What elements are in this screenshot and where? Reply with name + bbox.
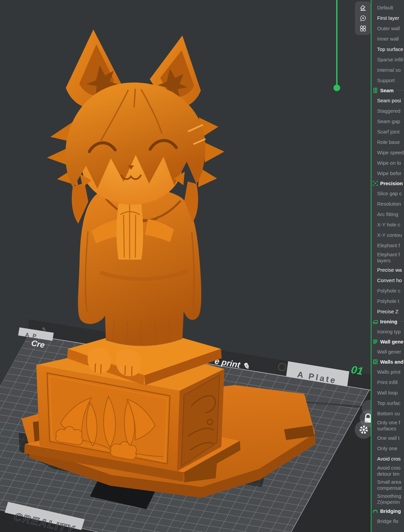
ironing-icon bbox=[372, 319, 378, 324]
setting-label: Sparse infill bbox=[377, 57, 403, 62]
setting-label-line2: surfaces bbox=[377, 426, 396, 432]
setting-label-line2: layers bbox=[377, 258, 391, 264]
viewport-3d[interactable]: A P ✎ Cre e print ✎ A Plate 01 CREALITY bbox=[0, 0, 371, 532]
setting-row[interactable]: Wall loop bbox=[371, 387, 404, 398]
setting-row[interactable]: Resolution bbox=[371, 199, 404, 209]
setting-row[interactable]: Inner wall bbox=[371, 34, 404, 44]
setting-label: Resolution bbox=[377, 201, 401, 207]
setting-label: Internal so bbox=[377, 67, 401, 73]
setting-row[interactable]: Only one bbox=[371, 443, 404, 454]
section-header-label: Bridging bbox=[380, 508, 401, 514]
setting-label: Avoid cros bbox=[377, 456, 401, 462]
setting-row[interactable]: Wall gener bbox=[371, 347, 404, 357]
setting-label: Smoothing bbox=[377, 493, 401, 499]
setting-row[interactable]: Wipe on lo bbox=[371, 158, 404, 168]
setting-row[interactable]: Role base bbox=[371, 137, 404, 147]
setting-row[interactable]: Bottom su bbox=[371, 408, 404, 419]
setting-row[interactable]: SmoothingZ(experim bbox=[371, 492, 404, 506]
settings-panel[interactable]: DefaultFirst layerOuter wallInner wallTo… bbox=[371, 0, 404, 532]
setting-label: Top surfac bbox=[377, 400, 400, 406]
setting-row[interactable]: Staggered bbox=[371, 106, 404, 116]
setting-row[interactable]: Ironing typ bbox=[371, 326, 404, 337]
seam-indicator-dot[interactable] bbox=[333, 85, 340, 91]
setting-label: Outer wall bbox=[377, 25, 400, 31]
setting-label-line2: Z(experim bbox=[377, 499, 400, 505]
section-header[interactable]: Bridging bbox=[371, 506, 404, 516]
setting-row[interactable]: Outer wall bbox=[371, 23, 404, 34]
setting-row[interactable]: Seam gap bbox=[371, 116, 404, 126]
setting-label: Inner wall bbox=[377, 36, 399, 42]
section-header-label: Ironing bbox=[380, 319, 397, 324]
setting-row[interactable]: Precise wa bbox=[371, 265, 404, 275]
setting-row[interactable]: Print infill bbox=[371, 377, 404, 387]
section-header[interactable]: Ironing bbox=[371, 317, 404, 326]
setting-row[interactable]: Walls print bbox=[371, 367, 404, 377]
setting-row[interactable]: Bridge flo bbox=[371, 516, 404, 526]
setting-label: Wall loop bbox=[377, 390, 398, 395]
setting-label: Slice gap c bbox=[377, 191, 402, 196]
setting-row[interactable]: X-Y contou bbox=[371, 230, 404, 240]
settings-rows: DefaultFirst layerOuter wallInner wallTo… bbox=[371, 2, 404, 526]
setting-row[interactable]: Elephant f bbox=[371, 240, 404, 251]
setting-row[interactable]: Polyhole t bbox=[371, 296, 404, 306]
plate-number: 01 bbox=[350, 363, 364, 377]
section-header-label: Wall gene bbox=[380, 339, 403, 344]
lamp-icon bbox=[359, 4, 367, 11]
plates-button[interactable] bbox=[358, 24, 368, 33]
setting-row[interactable]: Top surface bbox=[371, 44, 404, 54]
setting-label: Support bbox=[377, 77, 395, 83]
setting-label: Polyhole c bbox=[377, 288, 400, 294]
section-divider-line bbox=[400, 321, 404, 322]
setting-label: Wall gener bbox=[377, 349, 401, 355]
bridging-icon bbox=[372, 508, 378, 514]
setting-label: Avoid cros bbox=[377, 465, 401, 471]
scene-canvas[interactable]: A P ✎ Cre e print ✎ A Plate 01 CREALITY bbox=[0, 0, 371, 532]
setting-label: Print infill bbox=[377, 379, 398, 385]
section-header-label: Walls and bbox=[380, 359, 403, 365]
section-header[interactable]: Walls and bbox=[371, 357, 404, 367]
setting-row[interactable]: Support bbox=[371, 75, 404, 86]
setting-label: X-Y hole c bbox=[377, 222, 400, 227]
setting-row[interactable]: Seam posi bbox=[371, 95, 404, 106]
setting-label: Wipe befor bbox=[377, 170, 402, 176]
setting-label: Staggered bbox=[377, 108, 400, 114]
setting-label: Precise Z bbox=[377, 309, 398, 314]
quad-circles-icon bbox=[359, 25, 367, 32]
setting-row[interactable]: Avoid cros bbox=[371, 454, 404, 464]
setting-row[interactable]: Internal so bbox=[371, 65, 404, 75]
setting-row[interactable]: Small areacompensat bbox=[371, 478, 404, 492]
setting-row[interactable]: Wipe speed bbox=[371, 147, 404, 158]
setting-row[interactable]: Slice gap c bbox=[371, 188, 404, 199]
setting-row[interactable]: Scarf joint bbox=[371, 126, 404, 137]
setting-label: Elephant f bbox=[377, 243, 400, 248]
setting-row[interactable]: Polyhole c bbox=[371, 285, 404, 296]
setting-row[interactable]: Elephant flayers bbox=[371, 251, 404, 265]
setting-label: One wall t bbox=[377, 435, 400, 441]
setting-row[interactable]: First layer bbox=[371, 13, 404, 23]
section-header[interactable]: Precision bbox=[371, 178, 404, 188]
setting-row[interactable]: Arc fitting bbox=[371, 209, 404, 219]
section-header[interactable]: Wall gene bbox=[371, 337, 404, 347]
setting-row[interactable]: Default bbox=[371, 2, 404, 13]
lamp-button[interactable] bbox=[358, 3, 368, 12]
view-toolbar bbox=[355, 1, 371, 35]
setting-label: Default bbox=[377, 5, 393, 10]
setting-label: X-Y contou bbox=[377, 232, 402, 238]
setting-row[interactable]: Only one fsurfaces bbox=[371, 419, 404, 433]
setting-row[interactable]: X-Y hole c bbox=[371, 219, 404, 230]
setting-row[interactable]: Top surfac bbox=[371, 398, 404, 408]
setting-label-line2: detour len bbox=[377, 471, 400, 477]
setting-label: Elephant f bbox=[377, 252, 400, 258]
setting-row[interactable]: Wipe befor bbox=[371, 168, 404, 178]
setting-row[interactable]: Convert ho bbox=[371, 275, 404, 285]
filament-button[interactable] bbox=[358, 13, 368, 23]
setting-row[interactable]: Avoid crosdetour len bbox=[371, 464, 404, 478]
setting-row[interactable]: One wall t bbox=[371, 433, 404, 443]
section-header[interactable]: Seam bbox=[371, 86, 404, 95]
setting-row[interactable]: Sparse infill bbox=[371, 54, 404, 65]
setting-label: Wipe on lo bbox=[377, 160, 401, 166]
edit-pencil-icon-left[interactable]: ✎ bbox=[42, 326, 47, 332]
setting-row[interactable]: Precise Z bbox=[371, 306, 404, 317]
section-header-label: Seam bbox=[380, 88, 394, 93]
section-header-label: Precision bbox=[380, 180, 403, 186]
